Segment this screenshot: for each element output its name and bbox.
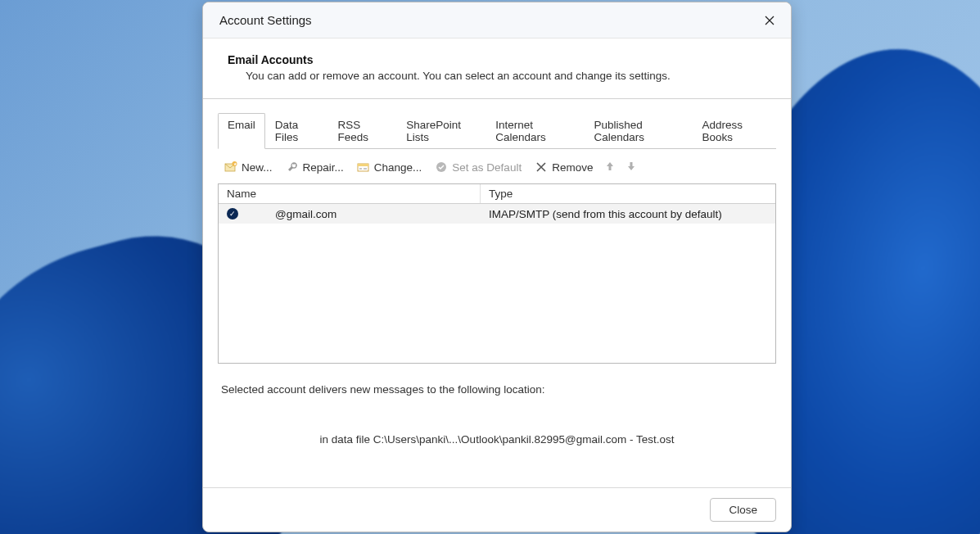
tab-data-files[interactable]: Data Files [265,113,328,149]
svg-rect-5 [358,164,368,166]
change-icon [357,161,370,174]
account-row[interactable]: ✓ @gmail.com IMAP/SMTP (send from this a… [219,204,775,224]
header-title: Email Accounts [228,53,766,66]
move-up-button [604,161,616,174]
account-type-cell: IMAP/SMTP (send from this account by def… [481,206,730,222]
check-circle-icon [435,161,448,174]
svg-rect-7 [364,168,367,170]
tab-sharepoint-lists[interactable]: SharePoint Lists [396,113,485,149]
delivery-message: Selected account delivers new messages t… [218,383,776,396]
arrow-down-icon [627,161,635,171]
window-title: Account Settings [219,13,756,27]
account-name: @gmail.com [275,208,336,220]
default-check-icon: ✓ [227,208,238,219]
new-label: New... [242,161,273,174]
accounts-list: Name Type ✓ @gmail.com IMAP/SMTP (send f… [218,183,776,364]
dialog-header: Email Accounts You can add or remove an … [203,38,791,99]
change-label: Change... [374,161,422,174]
repair-icon [286,161,299,174]
repair-button[interactable]: Repair... [284,159,345,175]
close-button[interactable]: Close [710,498,776,522]
dialog-footer: Close [203,487,791,532]
remove-label: Remove [552,161,593,174]
account-settings-dialog: Account Settings Email Accounts You can … [202,2,792,532]
dialog-content: Email Data Files RSS Feeds SharePoint Li… [203,99,791,487]
toolbar: ★ New... Repair... Change... S [218,149,776,183]
set-default-label: Set as Default [452,161,522,174]
tab-published-calendars[interactable]: Published Calendars [584,113,692,149]
tab-address-books[interactable]: Address Books [692,113,776,149]
column-type[interactable]: Type [481,184,775,203]
move-down-button [625,161,637,174]
column-name[interactable]: Name [219,184,481,203]
new-button[interactable]: ★ New... [223,159,274,175]
delivery-path: in data file C:\Users\panki\...\Outlook\… [218,433,776,446]
arrow-up-icon [606,161,614,171]
titlebar: Account Settings [203,2,791,38]
new-icon: ★ [224,161,237,174]
repair-label: Repair... [303,161,344,174]
window-close-button[interactable] [756,7,783,34]
set-default-button: Set as Default [433,159,523,175]
tab-email[interactable]: Email [218,113,265,149]
remove-icon [535,161,548,174]
remove-button[interactable]: Remove [533,159,594,175]
close-icon [765,16,775,25]
tab-rss-feeds[interactable]: RSS Feeds [327,113,396,149]
account-name-cell: ✓ @gmail.com [219,206,481,222]
header-subtitle: You can add or remove an account. You ca… [228,70,766,82]
svg-rect-6 [359,168,362,170]
list-header: Name Type [219,184,775,204]
change-button[interactable]: Change... [355,159,424,175]
tabs: Email Data Files RSS Feeds SharePoint Li… [218,112,776,149]
tab-internet-calendars[interactable]: Internet Calendars [485,113,584,149]
